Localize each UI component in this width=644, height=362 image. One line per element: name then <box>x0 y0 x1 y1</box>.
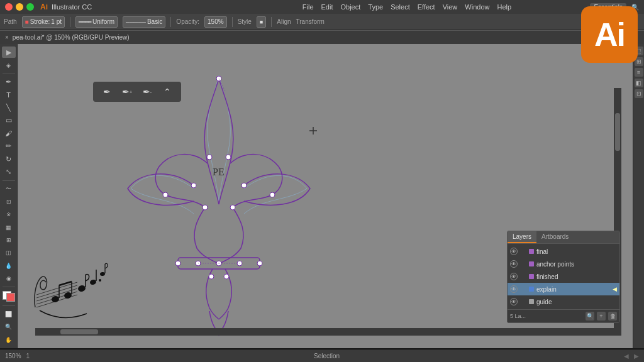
layer-visibility-finished[interactable]: 👁 <box>510 273 518 280</box>
nav-right-icon[interactable]: ▶ <box>634 353 639 359</box>
column-graph-tool[interactable]: ▦ <box>2 222 16 233</box>
blend-tool[interactable]: ◉ <box>2 273 16 284</box>
paintbrush-tool[interactable]: 🖌 <box>2 128 16 139</box>
nav-left-icon[interactable]: ◀ <box>624 353 629 359</box>
svg-point-16 <box>270 192 275 197</box>
layer-lock-final[interactable] <box>520 248 526 255</box>
file-tab-label: pea-tool.ai* @ 150% (RGB/GPU Preview) <box>13 34 130 41</box>
menu-file[interactable]: File <box>303 3 314 11</box>
separator-4 <box>271 17 272 27</box>
line-tool[interactable]: ╲ <box>2 102 16 113</box>
app-icon-label: Ai <box>40 3 48 11</box>
profile-control[interactable]: ───── Basic <box>123 16 165 28</box>
free-transform-tool[interactable]: ⊡ <box>2 196 16 207</box>
menu-object[interactable]: Object <box>341 3 361 11</box>
layer-lock-anchor[interactable] <box>520 261 526 267</box>
layer-row-finished[interactable]: 👁 finished <box>508 270 619 283</box>
layer-row-anchor[interactable]: 👁 anchor points <box>508 258 619 270</box>
title-bar: Ai Illustrator CC File Edit Object Type … <box>0 0 644 14</box>
layer-active-indicator: ◀ <box>613 286 617 292</box>
menu-view[interactable]: View <box>443 3 458 11</box>
layer-row-explain[interactable]: 👁 explain ◀ <box>508 283 619 295</box>
layer-visibility-guide[interactable]: 👁 <box>510 298 518 305</box>
zoom-level[interactable]: 150% <box>5 353 21 359</box>
layer-row-final[interactable]: 👁 final <box>508 245 619 258</box>
layer-name-guide: guide <box>536 299 617 305</box>
layer-lock-explain[interactable] <box>520 286 526 292</box>
menu-edit[interactable]: Edit <box>321 3 333 11</box>
v-scrollbar-thumb[interactable] <box>615 113 620 151</box>
delete-anchor-btn[interactable]: ✒- <box>140 85 155 98</box>
right-tool-4[interactable]: ◧ <box>635 79 643 87</box>
svg-point-2 <box>207 155 212 160</box>
opacity-label: Opacity: <box>176 18 199 25</box>
stroke-swatch[interactable] <box>6 293 15 302</box>
eyedropper-tool[interactable]: 💧 <box>2 260 16 272</box>
layer-lock-guide[interactable] <box>520 299 526 305</box>
stroke-style-control[interactable]: ━━━━ Uniform <box>75 16 118 28</box>
layer-color-finished <box>529 274 534 279</box>
add-anchor-btn[interactable]: ✒+ <box>119 85 135 98</box>
selection-tool[interactable]: ▶ <box>2 47 16 58</box>
menu-effect[interactable]: Effect <box>418 3 435 11</box>
separator-3 <box>232 17 233 27</box>
fleur-de-lis-svg <box>68 63 370 346</box>
stroke-indicator[interactable]: ■ Stroke: 1 pt <box>22 16 65 28</box>
layers-panel: Layers Artboards 👁 final 👁 anchor points <box>507 231 620 323</box>
rectangle-tool[interactable]: ▭ <box>2 115 16 126</box>
opacity-control[interactable]: 150% <box>204 16 227 28</box>
direct-selection-tool[interactable]: ◈ <box>2 59 16 70</box>
layer-color-guide <box>529 299 534 304</box>
menu-window[interactable]: Window <box>465 3 489 11</box>
h-scrollbar-thumb[interactable] <box>60 329 98 334</box>
artboards-tab[interactable]: Artboards <box>536 231 574 243</box>
search-layers-icon[interactable]: 🔍 <box>586 312 594 321</box>
style-control[interactable]: ■ <box>257 16 266 28</box>
pencil-tool[interactable]: ✏ <box>2 140 16 151</box>
symbol-sprayer-tool[interactable]: ※ <box>2 209 16 220</box>
type-tool[interactable]: T <box>2 89 16 101</box>
menu-select[interactable]: Select <box>391 3 410 11</box>
menu-type[interactable]: Type <box>368 3 383 11</box>
minimize-button[interactable] <box>16 3 23 11</box>
uniform-label: Uniform <box>92 18 114 25</box>
new-layer-icon[interactable]: + <box>597 312 606 321</box>
transform-label: Transform <box>296 18 325 25</box>
menu-help[interactable]: Help <box>497 3 511 11</box>
pen-palette: ✒ ✒+ ✒- ⌃ <box>93 82 181 102</box>
layer-row-guide[interactable]: 👁 guide <box>508 295 619 308</box>
delete-layer-icon[interactable]: 🗑 <box>608 312 617 321</box>
zoom-tool[interactable]: 🔍 <box>2 321 16 332</box>
layer-visibility-final[interactable]: 👁 <box>510 248 518 255</box>
app-identity: Ai Illustrator CC <box>40 3 223 11</box>
layer-visibility-explain[interactable]: 👁 <box>510 285 518 293</box>
maximize-button[interactable] <box>26 3 34 11</box>
layer-lock-finished[interactable] <box>520 273 526 280</box>
layer-visibility-anchor[interactable]: 👁 <box>510 260 518 268</box>
scale-tool[interactable]: ⤡ <box>2 166 16 177</box>
color-swatches[interactable] <box>3 291 15 302</box>
close-button[interactable] <box>5 3 13 11</box>
h-scrollbar[interactable] <box>35 328 621 336</box>
hand-tool[interactable]: ✋ <box>2 334 16 346</box>
rotate-tool[interactable]: ↻ <box>2 153 16 165</box>
path-label: Path <box>4 18 17 25</box>
right-tool-5[interactable]: ⊡ <box>635 89 643 98</box>
file-tab-close[interactable]: × <box>5 34 9 41</box>
mesh-tool[interactable]: ⊞ <box>2 234 16 246</box>
canvas-area[interactable]: ✒ ✒+ ✒- ⌃ <box>18 44 633 348</box>
style-label: Style <box>238 18 252 25</box>
layer-name-anchor: anchor points <box>536 261 617 268</box>
pen-tool[interactable]: ✒ <box>2 77 16 88</box>
artboard-tool[interactable]: ⬜ <box>2 309 16 320</box>
layers-tab[interactable]: Layers <box>508 231 536 243</box>
warp-tool[interactable]: 〜 <box>2 183 16 194</box>
basic-label: Basic <box>147 18 162 25</box>
pen-tool-btn[interactable]: ✒ <box>99 85 114 98</box>
svg-point-4 <box>203 205 208 210</box>
file-tab: × pea-tool.ai* @ 150% (RGB/GPU Preview) <box>0 30 644 44</box>
svg-point-17 <box>242 183 247 188</box>
gradient-tool[interactable]: ◫ <box>2 247 16 258</box>
convert-anchor-btn[interactable]: ⌃ <box>160 85 175 98</box>
right-tool-3[interactable]: ≡ <box>635 68 643 77</box>
